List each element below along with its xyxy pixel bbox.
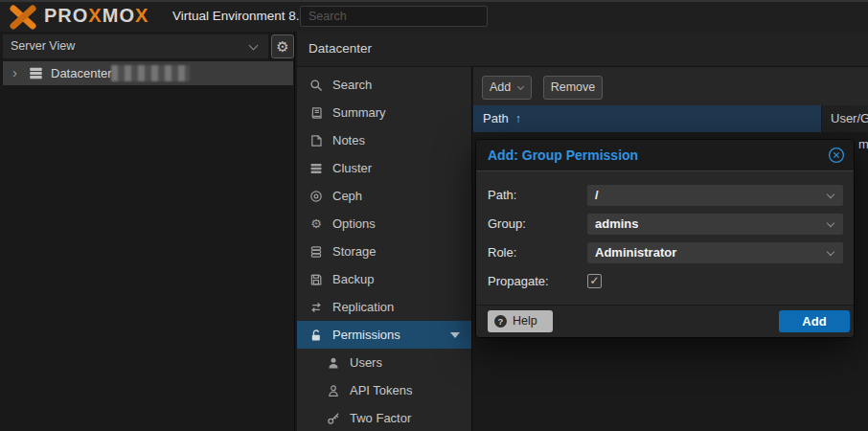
floppy-disk-icon (309, 273, 323, 286)
nav-item-label: Cluster (332, 161, 372, 175)
dialog-add-button[interactable]: Add (779, 310, 850, 332)
tree-node-datacenter[interactable]: › Datacenter (3, 61, 293, 85)
nav-item-backup[interactable]: Backup (297, 265, 471, 293)
key-icon (327, 412, 340, 425)
path-select[interactable]: / (587, 185, 843, 206)
brand-wordmark: PROXMOX (44, 5, 148, 27)
user-icon (327, 356, 340, 370)
question-mark-icon: ? (494, 315, 507, 328)
group-select[interactable]: admins (587, 214, 843, 235)
page-header: Datacenter (297, 32, 868, 67)
nav-item-label: Summary (332, 105, 386, 120)
resource-tree-panel: Server View ⚙ › Datacenter (0, 32, 295, 431)
top-bar: PROXMOX Virtual Environment 8.2.4 (0, 0, 868, 32)
nav-item-users[interactable]: Users (297, 349, 471, 376)
nav-item-ceph[interactable]: Ceph (297, 182, 471, 210)
nav-item-two-factor[interactable]: Two Factor (297, 404, 471, 431)
server-stack-icon (29, 66, 43, 80)
chevron-down-icon (249, 41, 259, 51)
role-field-label: Role: (488, 242, 583, 263)
permissions-table-header: Path↑ User/G (473, 105, 868, 132)
nav-item-storage[interactable]: Storage (297, 238, 471, 265)
dialog-footer: ? Help Add (476, 305, 854, 337)
tree-settings-button[interactable]: ⚙ (271, 34, 294, 58)
nav-item-permissions[interactable]: Permissions (297, 321, 471, 349)
replication-arrows-icon (309, 301, 323, 314)
nav-item-label: Users (350, 355, 382, 370)
dialog-body: Path: / Group: admins Role: Administrato… (476, 170, 854, 305)
nav-item-label: Ceph (332, 189, 362, 203)
expander-icon[interactable]: › (12, 60, 17, 84)
nav-item-label: Two Factor (350, 411, 411, 425)
nav-item-options[interactable]: ⚙ Options (297, 210, 471, 238)
check-icon: ✓ (589, 274, 599, 287)
table-row[interactable]: m (858, 137, 868, 151)
proxmox-logo-icon (8, 4, 38, 31)
tree-node-label: Datacenter (51, 61, 112, 85)
add-group-permission-dialog: Add: Group Permission Path: / Group: adm… (476, 140, 854, 337)
group-field-label: Group: (488, 214, 583, 235)
chevron-down-icon (517, 83, 524, 90)
help-button[interactable]: ? Help (488, 310, 553, 332)
content-toolbar: Add Remove (473, 67, 868, 105)
cluster-icon (309, 162, 323, 175)
caret-down-icon (450, 332, 460, 338)
dialog-titlebar[interactable]: Add: Group Permission (476, 140, 854, 170)
nav-item-label: Search (332, 78, 372, 92)
gear-icon: ⚙ (309, 217, 323, 231)
book-icon (309, 106, 323, 120)
nav-item-label: Permissions (332, 328, 400, 342)
version-subtitle: Virtual Environment 8.2.4 (172, 9, 317, 23)
redacted-node-name (111, 65, 190, 81)
global-search-input[interactable] (300, 6, 488, 27)
remove-button[interactable]: Remove (543, 76, 603, 100)
dialog-title: Add: Group Permission (488, 147, 638, 163)
nav-item-summary[interactable]: Summary (297, 99, 471, 126)
propagate-field-label: Propagate: (488, 271, 583, 292)
nav-item-label: Notes (332, 133, 365, 147)
add-dropdown-button[interactable]: Add (482, 76, 532, 100)
path-field-label: Path: (488, 185, 583, 206)
nav-item-cluster[interactable]: Cluster (297, 154, 471, 182)
nav-item-label: Storage (332, 244, 377, 259)
nav-item-search[interactable]: Search (297, 71, 471, 99)
note-icon (309, 134, 323, 147)
view-selector-label: Server View (11, 39, 75, 53)
nav-item-label: API Tokens (350, 383, 413, 397)
propagate-checkbox[interactable]: ✓ (587, 274, 602, 288)
unlock-icon (309, 329, 323, 342)
search-icon (309, 79, 323, 92)
nav-item-label: Replication (332, 300, 394, 314)
nav-item-replication[interactable]: Replication (297, 293, 471, 321)
column-header-path[interactable]: Path↑ (473, 105, 822, 132)
nav-item-label: Options (332, 216, 376, 231)
datacenter-nav-panel: Search Summary Notes Cluster (297, 67, 472, 431)
user-outline-icon (327, 384, 340, 397)
nav-item-label: Backup (332, 272, 374, 286)
close-icon[interactable] (828, 147, 845, 164)
sort-ascending-icon: ↑ (515, 112, 521, 125)
column-header-user-group[interactable]: User/G (823, 105, 868, 132)
storage-icon (309, 245, 323, 259)
page-title: Datacenter (308, 41, 372, 56)
gear-icon: ⚙ (276, 38, 288, 55)
nav-item-notes[interactable]: Notes (297, 126, 471, 154)
role-select[interactable]: Administrator (587, 242, 843, 263)
ceph-icon (309, 190, 323, 203)
nav-item-api-tokens[interactable]: API Tokens (297, 376, 471, 404)
view-selector[interactable]: Server View (3, 34, 268, 58)
